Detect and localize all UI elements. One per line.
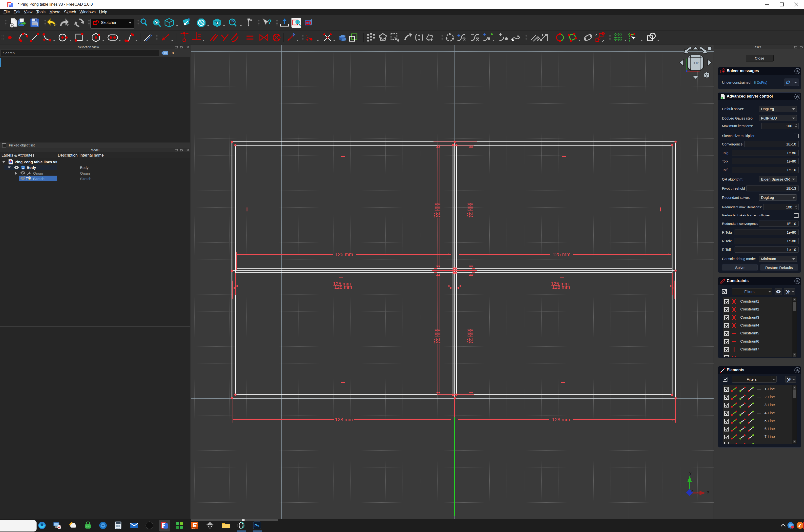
svg-text:74 mm: 74 mm — [436, 203, 441, 217]
svg-text:125 mm: 125 mm — [553, 252, 570, 257]
svg-text:128 mm: 128 mm — [552, 284, 570, 290]
svg-text:?: ? — [268, 18, 272, 25]
svg-text:FUS: FUS — [192, 528, 195, 529]
svg-text:Z: Z — [691, 489, 693, 493]
svg-text:128 mm: 128 mm — [335, 417, 353, 422]
svg-text:128 mm: 128 mm — [334, 284, 352, 290]
svg-text:74 mm: 74 mm — [436, 328, 441, 344]
svg-text:X: X — [707, 490, 709, 494]
svg-text:TOP: TOP — [692, 61, 699, 65]
svg-text:74 mm: 74 mm — [468, 328, 474, 344]
svg-text:74 mm: 74 mm — [468, 203, 474, 217]
svg-text:128 mm: 128 mm — [552, 417, 570, 422]
svg-text:125 mm: 125 mm — [335, 252, 353, 257]
svg-text:Y: Y — [689, 472, 692, 476]
svg-text:Ps: Ps — [254, 524, 260, 528]
